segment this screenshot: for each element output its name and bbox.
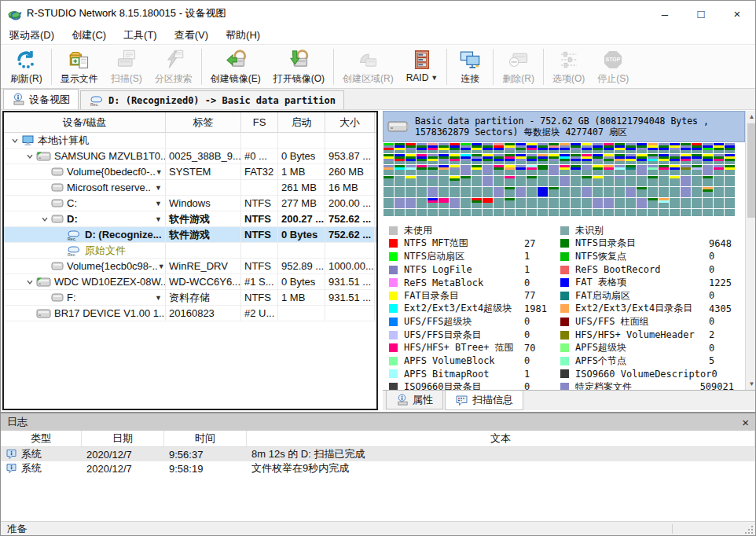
scan-block [593, 165, 603, 175]
log-column-header-4[interactable]: 文本 [247, 431, 755, 446]
label-cell [166, 243, 241, 258]
block-stripe [681, 184, 691, 186]
scan-block [659, 154, 669, 164]
table-row[interactable]: WDC WD10EZEX-08W...WD-WCC6Y6...#1 S...0 … [4, 274, 376, 290]
start-cell: 200.27 ... [278, 211, 325, 226]
block-stripe [703, 159, 713, 161]
table-row[interactable]: Volume{1ecb0c98-..▼WinRE_DRVNTFS952.89 .… [4, 259, 376, 274]
column-header-1[interactable]: 设备/磁盘 [4, 112, 166, 132]
properties-icon [396, 394, 409, 406]
table-row[interactable]: D:▼软件游戏NTFS200.27 ...752.62 ... [4, 211, 376, 227]
log-column-header-1[interactable]: 类型 [1, 431, 82, 446]
legend-count: 4305 [709, 303, 745, 314]
column-header-2[interactable]: 标签 [166, 112, 241, 132]
block-stripe [725, 159, 735, 161]
menu-item-3[interactable]: 工具(T) [115, 26, 166, 44]
block-stripe [692, 167, 702, 170]
fs-cell: FAT32 [241, 164, 278, 179]
scroll-thumb[interactable] [747, 123, 755, 218]
log-row[interactable]: 系统2020/12/79:56:378m 12s 的 D: 扫描已完成 [1, 447, 755, 461]
menu-item-5[interactable]: 帮助(H) [217, 26, 269, 44]
table-row[interactable]: Rec.D: (Recognize...软件游戏NTFS0 Bytes752.6… [4, 227, 376, 243]
expander-icon[interactable] [9, 137, 21, 145]
maximize-button[interactable]: □ [683, 1, 719, 26]
log-title: 日志 [7, 415, 28, 429]
scan-block [725, 143, 735, 153]
legend-count: 0 [524, 277, 560, 288]
tab-scan-info[interactable]: 扫描信息 [445, 391, 523, 410]
expander-icon[interactable] [24, 278, 36, 286]
table-row[interactable]: SAMSUNG MZVLB1T0...0025_388B_9...#0 ...0… [4, 149, 376, 164]
table-row[interactable]: Rec.原始文件 [4, 243, 376, 259]
scan-block [494, 154, 504, 164]
legend-count: 0 [709, 316, 745, 327]
tab-device-view[interactable]: 设备视图 [3, 89, 79, 109]
legend-item: APFS VolumeBlock0 [389, 354, 560, 368]
legend-label: NTFS启动扇区 [404, 250, 464, 263]
scan-block [725, 165, 735, 175]
scan-block [637, 198, 647, 208]
block-stripe [494, 148, 504, 150]
log-close-icon[interactable]: × [742, 416, 749, 429]
log-column-header-3[interactable]: 时间 [164, 431, 247, 446]
column-header-3[interactable]: FS [241, 112, 278, 132]
scroll-down-icon[interactable]: ▼ [746, 378, 756, 390]
device-table-body: 本地计算机SAMSUNG MZVLB1T0...0025_388B_9...#0… [4, 133, 376, 321]
table-row[interactable]: 本地计算机 [4, 133, 376, 149]
toolbar-show-files-button[interactable]: 显示文件 [54, 46, 105, 88]
scan-block [538, 143, 548, 153]
fs-cell: NTFS [241, 196, 278, 211]
minimize-button[interactable]: – [647, 1, 683, 26]
toolbar-button-label: RAID [406, 72, 429, 83]
scan-block [615, 143, 625, 153]
block-stripe [406, 176, 416, 178]
table-row[interactable]: Volume{0bedecf0-..▼SYSTEMFAT321 MB260 MB [4, 164, 376, 180]
chevron-down-icon[interactable]: ▼ [431, 74, 438, 82]
scan-block [494, 187, 504, 197]
device-dropdown-icon[interactable]: ▼ [155, 294, 163, 302]
resize-grip[interactable] [745, 526, 753, 534]
show-files-icon [68, 48, 90, 72]
legend-color-swatch [389, 252, 398, 261]
device-dropdown-icon[interactable]: ▼ [155, 184, 163, 192]
column-header-4[interactable]: 启动 [278, 112, 325, 132]
scan-scrollbar[interactable]: ▲ ▼ [745, 111, 756, 390]
toolbar-open-image-button[interactable]: 打开镜像(O) [267, 46, 331, 88]
device-name-cell: Microsoft reserve..▼ [4, 180, 166, 195]
toolbar-refresh-button[interactable]: 刷新(R) [4, 46, 49, 88]
scan-block [714, 154, 724, 164]
expander-icon[interactable] [39, 215, 51, 223]
device-dropdown-icon[interactable]: ▼ [155, 215, 163, 223]
scan-block [714, 198, 724, 208]
toolbar-raid-button[interactable]: RAID▼ [400, 46, 445, 88]
column-header-5[interactable]: 大小 [325, 112, 375, 132]
scroll-up-icon[interactable]: ▲ [746, 111, 756, 123]
device-dropdown-icon[interactable]: ▼ [158, 262, 166, 270]
menu-item-2[interactable]: 创建(C) [63, 26, 115, 44]
device-dropdown-icon[interactable]: ▼ [156, 168, 164, 176]
legend-item: NTFS恢复点0 [560, 250, 745, 263]
scan-block [439, 209, 449, 216]
log-row[interactable]: 系统2020/12/79:58:19文件枚举在9秒内完成 [1, 461, 755, 475]
tab-recognized-partition[interactable]: Rec.D: (Recognized0) -> Basic data parti… [80, 90, 344, 109]
tab-properties[interactable]: 属性 [386, 391, 443, 409]
scan-block [626, 198, 636, 208]
expander-icon[interactable] [24, 152, 36, 160]
block-stripe [648, 176, 658, 178]
table-row[interactable]: Microsoft reserve..▼261 MB16 MB [4, 180, 376, 196]
toolbar-connect-button[interactable]: 连接 [450, 46, 490, 88]
device-name-cell: WDC WD10EZEX-08W... [4, 274, 166, 289]
table-row[interactable]: C:▼WindowsNTFS277 MB200.00 ... [4, 196, 376, 211]
device-dropdown-icon[interactable]: ▼ [155, 200, 163, 207]
log-type-text: 系统 [21, 461, 42, 475]
menu-item-4[interactable]: 查看(V) [166, 26, 217, 44]
close-button[interactable]: × [719, 1, 755, 26]
toolbar-create-image-button[interactable]: 创建镜像(E) [204, 46, 267, 88]
table-row[interactable]: F:▼资料存储NTFS1 MB931.51 ... [4, 290, 376, 306]
block-stripe [670, 148, 680, 150]
device-name-text: F: [67, 292, 76, 303]
log-column-header-2[interactable]: 日期 [82, 431, 164, 446]
block-stripe [681, 148, 691, 150]
menu-item-1[interactable]: 驱动器(D) [1, 26, 63, 44]
table-row[interactable]: BR17 DEVICE V1.00 1....20160823#2 U... [4, 306, 376, 321]
